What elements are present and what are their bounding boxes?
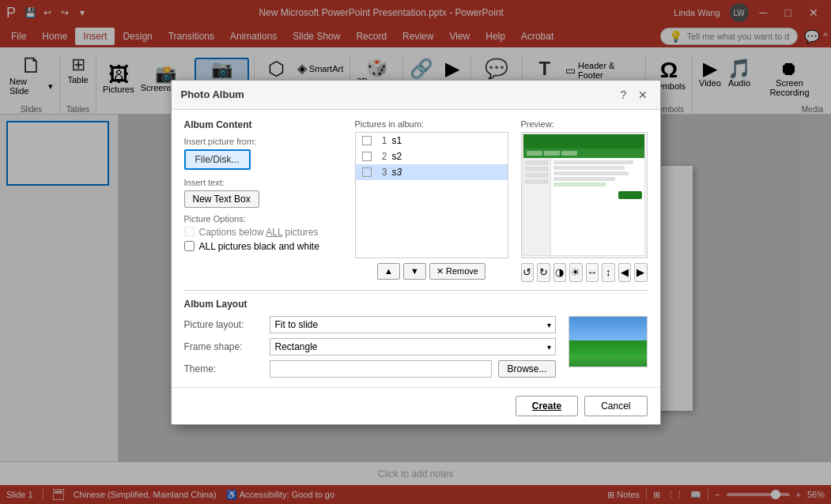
theme-row: Theme: Browse... (184, 360, 556, 378)
insert-picture-label: Insert picture from: (184, 137, 342, 146)
layout-grid: Picture layout: Fit to slide 1 picture 2… (184, 316, 648, 378)
rotate-left-button[interactable]: ↺ (521, 263, 534, 282)
preview-row5 (553, 182, 606, 186)
theme-input[interactable] (270, 360, 493, 378)
remove-button[interactable]: ✕ Remove (429, 263, 485, 280)
pic-num-2: 2 (376, 151, 387, 162)
preview-label: Preview: (521, 119, 648, 129)
insert-text-label: Insert text: (184, 178, 342, 187)
move-down-button[interactable]: ▼ (403, 263, 426, 280)
bw-checkbox[interactable] (184, 241, 195, 251)
pictures-in-album-label: Pictures in album: (355, 119, 508, 129)
preview-main-area (551, 158, 644, 255)
pic-num-1: 1 (376, 135, 387, 146)
picture-layout-select[interactable]: Fit to slide 1 picture 2 pictures 4 pict… (270, 316, 556, 333)
hills (569, 340, 647, 356)
dialog-overlay: Photo Album ? ✕ Album Content Insert pic… (0, 0, 831, 504)
bw-label: ALL pictures black and white (199, 241, 319, 252)
album-content-title: Album Content (184, 119, 342, 130)
dialog-left-column: Album Content Insert picture from: File/… (184, 119, 342, 282)
pic-check-2[interactable] (362, 152, 372, 161)
picture-item-2[interactable]: 2 s2 (356, 149, 508, 164)
preview-sidebar-item (525, 160, 549, 165)
pic-name-1: s1 (392, 135, 501, 146)
create-button[interactable]: Create (516, 396, 578, 416)
flip-h-button[interactable]: ↔ (586, 263, 599, 282)
pic-name-3: s3 (392, 167, 501, 178)
pic-check-1[interactable] (362, 136, 372, 145)
pic-check-3[interactable] (362, 167, 372, 177)
contrast-button[interactable]: ◑ (553, 263, 567, 282)
preview-box (521, 132, 648, 258)
cancel-button[interactable]: Cancel (584, 396, 647, 416)
dialog-layout: Album Content Insert picture from: File/… (184, 119, 648, 282)
next-pic-button[interactable]: ▶ (634, 263, 648, 282)
captions-checkbox[interactable] (184, 227, 195, 237)
new-text-box-button[interactable]: New Text Box (184, 190, 259, 208)
preview-image (523, 134, 645, 256)
frame-shape-select-wrapper: Rectangle Rounded Rectangle Simple Frame… (270, 338, 556, 355)
frame-shape-row: Frame shape: Rectangle Rounded Rectangle… (184, 338, 556, 355)
preview-row1 (553, 160, 633, 164)
dialog-help-button[interactable]: ? (616, 87, 632, 103)
browse-button[interactable]: Browse... (498, 360, 555, 378)
pic-name-2: s2 (392, 151, 501, 162)
dialog-close-button[interactable]: ✕ (635, 87, 651, 103)
brightness-button[interactable]: ☀ (569, 263, 583, 282)
hills-gradient (569, 340, 647, 356)
dialog-title: Photo Album (181, 88, 244, 100)
pic-num-3: 3 (376, 167, 387, 178)
picture-item-1[interactable]: 1 s1 (356, 133, 508, 149)
theme-label: Theme: (184, 363, 263, 374)
picture-item-3[interactable]: 3 s3 (356, 164, 508, 180)
layout-left: Picture layout: Fit to slide 1 picture 2… (184, 316, 556, 378)
image-toolbar: ↺ ↻ ◑ ☀ ↔ ↕ ◀ ▶ (521, 263, 648, 282)
frame-shape-select[interactable]: Rectangle Rounded Rectangle Simple Frame… (270, 338, 556, 355)
album-layout-section: Album Layout Picture layout: Fit to slid… (184, 290, 648, 378)
photo-album-dialog: Photo Album ? ✕ Album Content Insert pic… (171, 80, 661, 425)
landscape-preview (568, 316, 648, 367)
foreground (569, 356, 647, 367)
flip-v-button[interactable]: ↕ (602, 263, 615, 282)
preview-sidebar (523, 158, 551, 255)
picture-layout-select-wrapper: Fit to slide 1 picture 2 pictures 4 pict… (270, 316, 556, 333)
preview-subheader (523, 149, 644, 158)
frame-shape-label: Frame shape: (184, 341, 263, 352)
preview-menu-2 (544, 151, 560, 156)
preview-btn (618, 191, 642, 199)
dialog-title-bar: Photo Album ? ✕ (172, 81, 660, 110)
dialog-body: Album Content Insert picture from: File/… (172, 110, 660, 387)
list-actions: ▲ ▼ ✕ Remove (355, 263, 508, 280)
preview-row2 (553, 166, 625, 170)
preview-menu-1 (527, 151, 542, 156)
picture-layout-label: Picture layout: (184, 319, 263, 330)
prev-pic-button[interactable]: ◀ (618, 263, 632, 282)
preview-row3 (553, 171, 629, 175)
dialog-footer: Create Cancel (172, 387, 660, 424)
picture-layout-row: Picture layout: Fit to slide 1 picture 2… (184, 316, 556, 333)
preview-content (523, 158, 644, 255)
picture-options-label: Picture Options: (184, 214, 342, 224)
picture-list: 1 s1 2 s2 3 s3 (355, 132, 508, 258)
rotate-right-button[interactable]: ↻ (537, 263, 550, 282)
sky (569, 317, 647, 340)
layout-preview-thumbnail (568, 316, 648, 367)
move-up-button[interactable]: ▲ (377, 263, 400, 280)
preview-sidebar-item3 (525, 173, 549, 178)
dialog-middle-column: Pictures in album: 1 s1 2 s2 (355, 119, 508, 282)
captions-checkbox-row: Captions below ALL pictures (184, 227, 342, 238)
preview-header (523, 134, 644, 149)
album-layout-title: Album Layout (184, 299, 648, 310)
preview-sidebar-item2 (525, 167, 549, 171)
preview-sidebar-item4 (525, 179, 549, 184)
preview-menu-3 (561, 151, 577, 156)
dialog-right-column: Preview: (521, 119, 648, 282)
preview-row4 (553, 177, 615, 181)
captions-label: Captions below ALL pictures (199, 227, 319, 238)
dialog-controls: ? ✕ (616, 87, 651, 103)
bw-checkbox-row: ALL pictures black and white (184, 241, 342, 252)
file-disk-button[interactable]: File/Disk... (184, 149, 251, 170)
